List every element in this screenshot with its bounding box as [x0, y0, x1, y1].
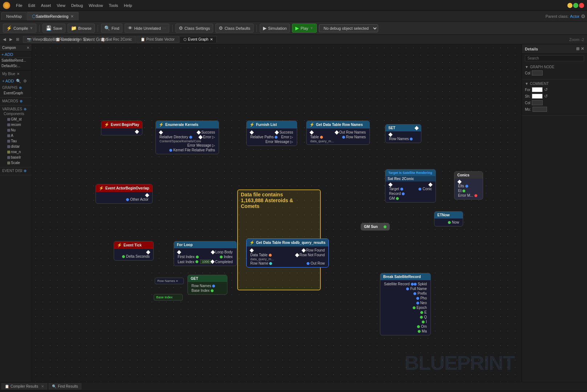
browse-button[interactable]: 📁 Browse: [68, 24, 95, 33]
close-button[interactable]: [579, 3, 584, 8]
move-mode-dropdown[interactable]: [533, 107, 547, 112]
find-results-tab[interactable]: 🔍 Find Results: [49, 383, 81, 389]
node-conics[interactable]: Conics Elts Et Error M...: [454, 171, 483, 200]
prefix-pin: [413, 292, 416, 295]
components-close-icon[interactable]: ✕: [27, 46, 29, 50]
variables-header[interactable]: VARIABLES ⊕: [2, 107, 29, 111]
hide-unrelated-button[interactable]: 👁 Hide Unrelated ⋯: [125, 24, 169, 33]
node-enumerate-kernels[interactable]: ⚡ Enumerate Kernels Success Relative Dir…: [155, 121, 219, 154]
save-button[interactable]: 💾 Save: [42, 24, 65, 33]
variable-distar[interactable]: distar: [6, 144, 29, 149]
components-tab[interactable]: Compon ✕: [0, 44, 32, 52]
menu-window[interactable]: Window: [86, 2, 106, 9]
macros-add-icon[interactable]: ⊕: [20, 99, 23, 103]
node-event-tick[interactable]: ⚡ Event Tick Delta Seconds: [114, 241, 154, 261]
default-sc-item[interactable]: DefaultSc...: [0, 63, 32, 69]
tab-newmap[interactable]: NewMap: [1, 12, 27, 20]
maximize-button[interactable]: [573, 3, 578, 8]
comment-col-color[interactable]: [532, 100, 543, 105]
menu-help[interactable]: Help: [121, 2, 135, 9]
satellite-rend-item[interactable]: SatelliteRend...: [0, 58, 32, 63]
nav-back-button[interactable]: ◀: [1, 37, 7, 42]
compiler-results-close[interactable]: ✕: [41, 384, 44, 388]
sat-record-in-pin: [411, 283, 414, 286]
my-blueprint-header[interactable]: My Blue ✕: [0, 70, 32, 77]
compile-button[interactable]: ⚡ Compile ▼: [3, 24, 36, 33]
breadcrumb-home-button[interactable]: ⊞: [15, 37, 21, 42]
comment-font-color[interactable]: [532, 87, 543, 92]
node-et-now[interactable]: ETNow Now: [434, 211, 463, 226]
event-dispatchers-header[interactable]: EVENT DISI ⊕: [2, 169, 29, 173]
debug-object-select[interactable]: No debug object selected: [319, 24, 378, 32]
components-group-header[interactable]: Components: [4, 112, 29, 116]
menu-file[interactable]: File: [13, 2, 25, 9]
pin-row-exec: Success: [158, 130, 216, 135]
compiler-results-tab[interactable]: 📋 Compiler Results ✕: [1, 383, 47, 389]
find-button[interactable]: 🔍 Find: [101, 24, 122, 33]
variable-scale[interactable]: Scale: [6, 160, 29, 166]
pin-row-ma: Ma: [382, 329, 428, 334]
window-controls: [567, 3, 584, 8]
graphs-header[interactable]: GRAPHS ⊕: [2, 86, 29, 90]
my-blueprint-close-icon[interactable]: ✕: [17, 72, 20, 76]
variable-baseir[interactable]: baseIr: [6, 155, 29, 160]
node-color-swatch[interactable]: [532, 70, 543, 75]
comment-shadow-color[interactable]: [532, 94, 543, 99]
node-gm-sun[interactable]: GM Sun: [361, 223, 390, 230]
node-sat-rec-2conic[interactable]: Target is Satellite Rendering Sat Rec 2C…: [385, 169, 436, 203]
variable-tau[interactable]: Tau: [6, 138, 29, 144]
my-blueprint-settings-icon[interactable]: ⚙: [23, 79, 27, 83]
node-for-loop[interactable]: For Loop Loop Body First Index Index Las…: [174, 241, 237, 266]
node-event-actor-begin-overlap[interactable]: ⚡ Event ActorBeginOverlap Other Actor: [96, 184, 153, 204]
variable-recom[interactable]: recom: [6, 122, 29, 127]
tab-event-graph[interactable]: ⬡ Event Graph ✕: [179, 36, 217, 43]
graph-node-section: ▼ GRAPH NODE Col: [522, 63, 587, 79]
menu-tools[interactable]: Tools: [106, 2, 121, 9]
my-blueprint-search-icon[interactable]: 🔍: [16, 79, 21, 83]
details-close-icon[interactable]: ✕: [581, 46, 584, 51]
variable-row-n[interactable]: row_n: [6, 149, 29, 155]
node-event-begin-play[interactable]: ⚡ Event BeginPlay: [101, 121, 142, 135]
variables-add-icon[interactable]: ⊕: [24, 107, 27, 111]
tab-satellite-rendering[interactable]: ⬡ SatelliteRendering ✕: [27, 12, 78, 20]
menu-debug[interactable]: Debug: [68, 2, 86, 9]
nav-forward-button[interactable]: ▶: [8, 37, 14, 42]
node-get-data-table-row-names[interactable]: ⚡ Get Data Table Row Names Out Row Names…: [306, 121, 370, 145]
node-break-satellite-record[interactable]: Break SatelliteRecord Satellite Record S…: [380, 273, 431, 335]
hide-icon: 👁: [128, 25, 133, 31]
font-undo-button[interactable]: ↺: [544, 87, 548, 92]
node-get-array[interactable]: GET Row Names Base Index: [187, 275, 227, 295]
my-blueprint-add-button[interactable]: + ADD: [2, 79, 14, 83]
spkid-pin: [414, 283, 417, 286]
node-title: Conics: [457, 173, 469, 177]
details-search-input[interactable]: [525, 55, 584, 61]
menu-edit[interactable]: Edit: [25, 2, 38, 9]
menu-view[interactable]: View: [54, 2, 68, 9]
variable-nu[interactable]: Nu: [6, 127, 29, 133]
event-graph-item[interactable]: EventGraph: [2, 90, 29, 96]
details-grid-view-icon[interactable]: ⊞: [576, 46, 579, 51]
node-furnish-list[interactable]: ⚡ Furnish List Success Relative Paths Er…: [246, 121, 297, 146]
pin-row-other-actor: Other Actor: [98, 197, 150, 202]
tab-close-icon[interactable]: ✕: [70, 14, 74, 19]
blueprint-canvas[interactable]: Data file contains 1,163,888 Asteroids &…: [32, 44, 522, 382]
variable-gm-st[interactable]: GM_st: [6, 117, 29, 122]
graphs-add-icon[interactable]: ⊕: [19, 86, 22, 90]
variable-a[interactable]: A: [6, 133, 29, 138]
class-defaults-button[interactable]: ⚙ Class Defaults: [215, 24, 254, 33]
event-graph-tab-close[interactable]: ✕: [210, 37, 213, 41]
node-get-data-table-row[interactable]: ⚡ Get Data Table Row sbdb_query_results …: [246, 238, 329, 268]
simulation-button[interactable]: ▶ Simulation: [260, 24, 290, 33]
node-set[interactable]: SET Row Names: [385, 124, 421, 143]
menu-asset[interactable]: Asset: [38, 2, 54, 9]
play-button[interactable]: ▶ Play ▼: [292, 24, 316, 33]
target-pin: [400, 188, 403, 191]
shadow-undo-button[interactable]: ↺: [544, 94, 548, 99]
macros-header[interactable]: MACROS ⊕: [2, 99, 29, 103]
minimize-button[interactable]: [567, 3, 572, 8]
class-settings-button[interactable]: ⚙ Class Settings: [175, 24, 213, 33]
event-dispatchers-add-icon[interactable]: ⊕: [24, 169, 27, 173]
left-panel: Compon ✕ + ADD SatelliteRend... DefaultS…: [0, 44, 32, 382]
add-component-button[interactable]: + ADD: [0, 52, 32, 58]
tab-print-state-vector[interactable]: 📋 Print State Vector: [137, 36, 179, 43]
